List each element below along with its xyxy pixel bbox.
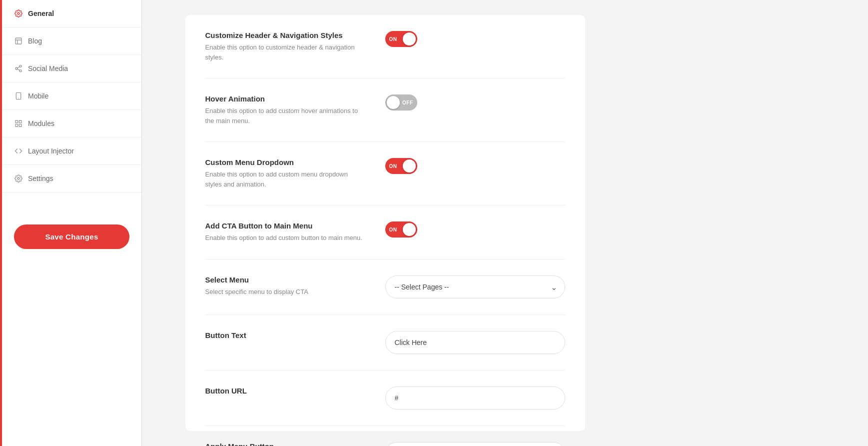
svg-line-7 [17, 69, 20, 70]
svg-rect-1 [15, 38, 21, 44]
sidebar-item-social-media-label: Social Media [28, 64, 68, 72]
main-content-area: Customize Header & Navigation Styles Ena… [142, 0, 628, 446]
sidebar-item-settings-label: Settings [28, 174, 53, 182]
save-button-container: Save Changes [2, 212, 141, 261]
svg-point-0 [17, 12, 19, 14]
select-menu-title: Select Menu [205, 276, 365, 284]
sidebar-item-layout-injector-label: Layout Injector [28, 147, 74, 155]
setting-row-button-url: Button URL [205, 370, 565, 426]
save-changes-button[interactable]: Save Changes [14, 224, 129, 249]
sidebar-item-modules[interactable]: Modules [2, 110, 141, 138]
custom-menu-dropdown-control: ON [385, 158, 565, 174]
select-menu-wrapper: -- Select Pages -- ⌄ [385, 276, 565, 298]
hover-animation-toggle[interactable]: OFF [385, 94, 417, 110]
hover-animation-desc: Enable this option to add custom hover a… [205, 106, 365, 126]
apply-menu-button-title: Apply Menu Button [205, 442, 365, 446]
setting-row-add-cta-button: Add CTA Button to Main Menu Enable this … [205, 206, 565, 260]
svg-rect-12 [19, 120, 21, 123]
setting-row-button-text: Button Text [205, 315, 565, 370]
hover-animation-toggle-label: OFF [402, 100, 413, 106]
phone-icon [14, 92, 23, 100]
button-url-title: Button URL [205, 386, 365, 395]
sidebar-item-blog[interactable]: Blog [2, 28, 141, 55]
apply-menu-button-select[interactable]: Last Menu Item [385, 442, 565, 446]
custom-menu-dropdown-desc: Enable this option to add custom menu dr… [205, 170, 365, 189]
add-cta-button-toggle[interactable]: ON [385, 222, 417, 238]
code-icon [14, 146, 23, 156]
setting-info-select-menu: Select Menu Select specific menu to disp… [205, 276, 365, 297]
settings-gear-icon [14, 174, 23, 183]
setting-info-apply-menu-button: Apply Menu Button Select place where to … [205, 442, 365, 446]
share-icon [14, 64, 23, 73]
sidebar-item-mobile-label: Mobile [28, 92, 48, 100]
document-icon [14, 36, 23, 46]
add-cta-button-control: ON [385, 222, 565, 238]
content-panel: Customize Header & Navigation Styles Ena… [185, 15, 585, 431]
sidebar: General Blog Social Media [2, 0, 142, 446]
button-text-control [385, 331, 565, 354]
apply-menu-button-control: Last Menu Item ⌄ [385, 442, 565, 446]
sidebar-item-blog-label: Blog [28, 37, 42, 45]
customize-header-control: ON [385, 31, 565, 47]
sidebar-item-layout-injector[interactable]: Layout Injector [2, 138, 141, 165]
svg-rect-9 [16, 92, 20, 99]
customize-header-toggle[interactable]: ON [385, 31, 417, 47]
sidebar-item-mobile[interactable]: Mobile [2, 82, 141, 110]
button-url-control [385, 386, 565, 410]
hover-animation-title: Hover Animation [205, 94, 365, 103]
setting-info-custom-menu-dropdown: Custom Menu Dropdown Enable this option … [205, 158, 365, 189]
setting-info-button-url: Button URL [205, 386, 365, 398]
setting-row-hover-animation: Hover Animation Enable this option to ad… [205, 78, 565, 142]
setting-row-custom-menu-dropdown: Custom Menu Dropdown Enable this option … [205, 142, 565, 206]
sidebar-item-general-label: General [28, 10, 54, 18]
sidebar-item-social-media[interactable]: Social Media [2, 55, 141, 82]
apply-menu-button-wrapper: Last Menu Item ⌄ [385, 442, 565, 446]
custom-menu-dropdown-toggle[interactable]: ON [385, 158, 417, 174]
custom-menu-dropdown-toggle-knob [403, 160, 416, 172]
custom-menu-dropdown-title: Custom Menu Dropdown [205, 158, 365, 166]
add-cta-button-toggle-label: ON [389, 227, 397, 232]
select-menu-control: -- Select Pages -- ⌄ [385, 276, 565, 298]
svg-rect-14 [15, 124, 18, 126]
customize-header-toggle-knob [403, 32, 416, 46]
button-url-input[interactable] [385, 386, 565, 410]
customize-header-desc: Enable this option to customize header &… [205, 42, 365, 62]
add-cta-button-desc: Enable this option to add custom button … [205, 233, 365, 243]
setting-info-button-text: Button Text [205, 331, 365, 342]
hover-animation-control: OFF [385, 94, 565, 110]
select-menu-desc: Select specific menu to display CTA [205, 287, 365, 297]
setting-info-customize-header: Customize Header & Navigation Styles Ena… [205, 31, 365, 62]
sidebar-item-general[interactable]: General [2, 0, 141, 28]
add-cta-button-title: Add CTA Button to Main Menu [205, 222, 365, 230]
customize-header-title: Customize Header & Navigation Styles [205, 31, 365, 40]
sidebar-item-modules-label: Modules [28, 120, 54, 128]
gear-icon [14, 9, 23, 18]
sidebar-item-settings[interactable]: Settings [2, 165, 141, 192]
button-text-input[interactable] [385, 331, 565, 354]
add-cta-button-toggle-knob [403, 223, 416, 236]
grid-icon [14, 119, 23, 128]
setting-row-apply-menu-button: Apply Menu Button Select place where to … [205, 426, 565, 446]
svg-line-8 [17, 66, 20, 68]
setting-row-customize-header: Customize Header & Navigation Styles Ena… [205, 15, 565, 78]
setting-row-select-menu: Select Menu Select specific menu to disp… [205, 260, 565, 315]
hover-animation-toggle-knob [387, 96, 400, 109]
svg-rect-11 [15, 120, 18, 123]
button-text-title: Button Text [205, 331, 365, 340]
setting-info-add-cta-button: Add CTA Button to Main Menu Enable this … [205, 222, 365, 243]
custom-menu-dropdown-toggle-label: ON [389, 164, 397, 169]
svg-point-15 [17, 178, 19, 180]
right-panel [628, 0, 868, 446]
select-menu-field[interactable]: -- Select Pages -- [385, 276, 565, 298]
svg-rect-13 [19, 124, 21, 126]
setting-info-hover-animation: Hover Animation Enable this option to ad… [205, 94, 365, 126]
customize-header-toggle-label: ON [389, 36, 397, 42]
